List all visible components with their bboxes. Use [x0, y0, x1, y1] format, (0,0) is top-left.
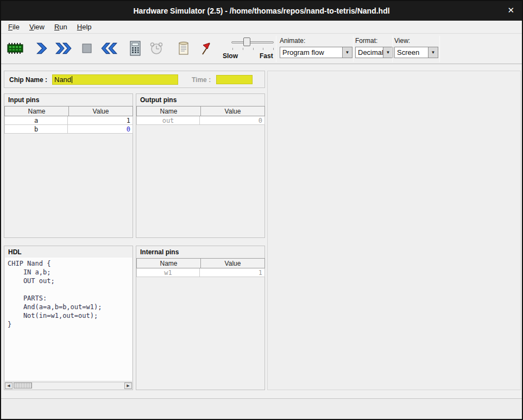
- table-row: a 1: [4, 116, 133, 125]
- breakpoint-flag-icon: [200, 41, 213, 58]
- calculator-button[interactable]: [125, 40, 145, 59]
- column-header-value[interactable]: Value: [200, 258, 265, 268]
- column-header-name[interactable]: Name: [136, 106, 201, 116]
- view-label: View:: [394, 37, 438, 45]
- hdl-panel: HDL CHIP Nand { IN a,b; OUT out; PARTS: …: [4, 246, 133, 390]
- titlebar: Hardware Simulator (2.5) - /home/thomas/…: [1, 1, 522, 21]
- single-step-icon: [34, 41, 48, 58]
- reset-button[interactable]: [99, 40, 119, 59]
- view-script-button[interactable]: [174, 40, 193, 59]
- scroll-left-icon[interactable]: ◀: [5, 383, 12, 389]
- column-header-name[interactable]: Name: [4, 106, 69, 116]
- toolbar-separator: [392, 36, 393, 62]
- stop-button[interactable]: [77, 40, 97, 59]
- chip-name-value: Nand: [54, 76, 71, 84]
- input-pins-title: Input pins: [8, 96, 39, 104]
- table-row: w1 1: [136, 268, 264, 277]
- view-group: View: Screen ▼: [394, 37, 438, 58]
- window-title: Hardware Simulator (2.5) - /home/thomas/…: [133, 7, 389, 15]
- close-button[interactable]: ✕: [507, 5, 514, 15]
- output-pins-table: Name Value out 0: [136, 106, 264, 125]
- format-select[interactable]: Decimal ▼: [355, 47, 393, 58]
- column-header-value[interactable]: Value: [68, 106, 133, 116]
- output-pins-title: Output pins: [140, 96, 177, 104]
- internal-pins-panel: Internal pins Name Value w1 1: [136, 246, 265, 390]
- animate-select[interactable]: Program flow ▼: [280, 47, 352, 58]
- hdl-title: HDL: [8, 248, 22, 256]
- clock-icon: [149, 41, 163, 58]
- pin-name: a: [4, 116, 68, 125]
- scrollbar-thumb[interactable]: [14, 383, 32, 388]
- status-bar: [1, 398, 522, 419]
- speed-slider-group: Slow Fast: [223, 37, 276, 62]
- chevron-down-icon[interactable]: ▼: [342, 47, 352, 58]
- app-window: Hardware Simulator (2.5) - /home/thomas/…: [0, 0, 523, 420]
- chip-icon: [7, 42, 24, 57]
- pin-value[interactable]: 1: [67, 116, 133, 125]
- input-pins-panel: Input pins Name Value a 1 b 0: [4, 93, 133, 238]
- view-selected-value: Screen: [395, 47, 428, 58]
- screen-view-area: [267, 71, 521, 390]
- pin-name: w1: [136, 268, 200, 277]
- format-group: Format: Decimal ▼: [355, 37, 393, 58]
- clock-button[interactable]: [147, 40, 166, 59]
- internal-pins-table: Name Value w1 1: [136, 258, 264, 277]
- slider-fast-label: Fast: [260, 52, 273, 60]
- menubar: File View Run Help: [1, 21, 522, 34]
- format-selected-value: Decimal: [356, 47, 383, 58]
- run-button[interactable]: [54, 40, 73, 59]
- hdl-code: CHIP Nand { IN a,b; OUT out; PARTS: And(…: [5, 258, 132, 330]
- internal-pins-title: Internal pins: [140, 248, 179, 256]
- column-header-value[interactable]: Value: [200, 106, 265, 116]
- single-step-button[interactable]: [31, 40, 51, 59]
- animate-group: Animate: Program flow ▼: [280, 37, 352, 58]
- scrollbar-track[interactable]: [12, 383, 124, 389]
- text-caret: [72, 76, 72, 83]
- menu-run[interactable]: Run: [49, 21, 72, 33]
- reset-icon: [100, 41, 118, 58]
- pin-value[interactable]: 0: [67, 125, 133, 134]
- table-header: Name Value: [136, 106, 264, 116]
- menu-file[interactable]: File: [3, 21, 24, 33]
- calculator-icon: [129, 41, 142, 58]
- animate-selected-value: Program flow: [280, 47, 342, 58]
- scroll-right-icon[interactable]: ▶: [124, 383, 132, 389]
- toolbar-separator: [353, 36, 354, 62]
- time-label: Time :: [192, 76, 211, 84]
- pin-value: 0: [199, 116, 265, 125]
- table-row: out 0: [136, 116, 264, 125]
- time-field: [216, 75, 253, 84]
- chevron-down-icon[interactable]: ▼: [383, 47, 393, 58]
- output-pins-panel: Output pins Name Value out 0: [136, 93, 265, 238]
- speed-slider-thumb[interactable]: [243, 37, 250, 46]
- table-header: Name Value: [4, 106, 133, 116]
- menu-help[interactable]: Help: [72, 21, 97, 33]
- toolbar-separator: [439, 36, 440, 62]
- stop-icon: [81, 42, 93, 57]
- pin-name: out: [136, 116, 200, 125]
- table-header: Name Value: [136, 258, 264, 268]
- animate-label: Animate:: [280, 37, 352, 45]
- toolbar-separator: [276, 36, 276, 62]
- pin-name: b: [4, 125, 68, 134]
- chevron-down-icon[interactable]: ▼: [428, 47, 438, 58]
- breakpoints-button[interactable]: [197, 40, 216, 59]
- pin-value: 1: [199, 268, 265, 277]
- chip-name-label: Chip Name :: [9, 76, 47, 84]
- column-header-name[interactable]: Name: [136, 258, 201, 268]
- toolbar: Slow Fast Animate: Program flow ▼ Format…: [1, 34, 522, 64]
- speed-slider-track[interactable]: [231, 41, 274, 43]
- run-icon: [55, 41, 72, 58]
- chip-name-input[interactable]: Nand: [52, 74, 178, 85]
- table-row: b 0: [4, 125, 133, 134]
- hdl-horizontal-scrollbar: ◀ ▶: [5, 382, 132, 389]
- hdl-code-view: CHIP Nand { IN a,b; OUT out; PARTS: And(…: [5, 258, 132, 381]
- input-pins-table: Name Value a 1 b 0: [4, 106, 133, 134]
- menu-view[interactable]: View: [24, 21, 49, 33]
- speed-slider-ticks: [232, 48, 274, 50]
- chip-header-panel: Chip Name : Nand Time :: [4, 71, 265, 88]
- load-chip-button[interactable]: [5, 40, 25, 59]
- view-select[interactable]: Screen ▼: [394, 47, 438, 58]
- format-label: Format:: [355, 37, 393, 45]
- slider-slow-label: Slow: [223, 52, 238, 60]
